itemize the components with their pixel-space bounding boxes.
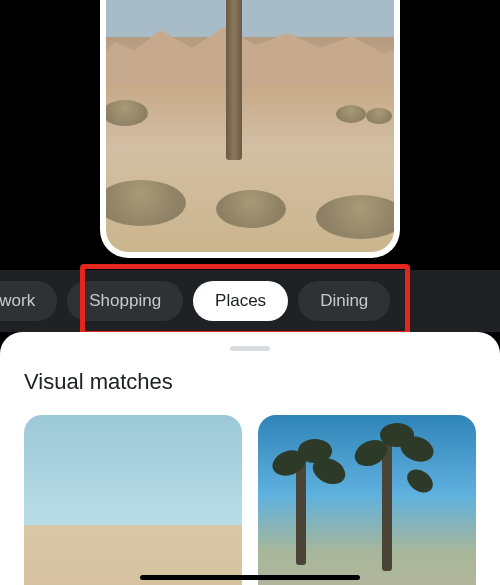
home-indicator[interactable]	[140, 575, 360, 580]
preview-tree-trunk	[226, 0, 242, 160]
results-panel[interactable]: Visual matches	[0, 332, 500, 585]
lens-capture-preview	[100, 0, 400, 258]
lens-mode-chip-bar: Homework Shopping Places Dining	[0, 270, 500, 332]
preview-bush	[102, 100, 148, 126]
preview-bush	[366, 108, 392, 124]
preview-background-rocks	[100, 24, 400, 84]
visual-match-card[interactable]	[24, 415, 242, 585]
chip-shopping[interactable]: Shopping	[67, 281, 183, 321]
preview-bush	[216, 190, 286, 228]
drag-handle[interactable]	[230, 346, 270, 351]
chip-dining[interactable]: Dining	[298, 281, 390, 321]
chip-places[interactable]: Places	[193, 281, 288, 321]
results-section-title: Visual matches	[24, 369, 476, 395]
visual-match-card[interactable]	[258, 415, 476, 585]
lens-camera-area	[0, 0, 500, 270]
preview-bush	[100, 180, 186, 226]
chip-homework[interactable]: Homework	[0, 281, 57, 321]
preview-bush	[336, 105, 366, 123]
preview-bush	[316, 195, 400, 239]
visual-match-list	[24, 415, 476, 585]
